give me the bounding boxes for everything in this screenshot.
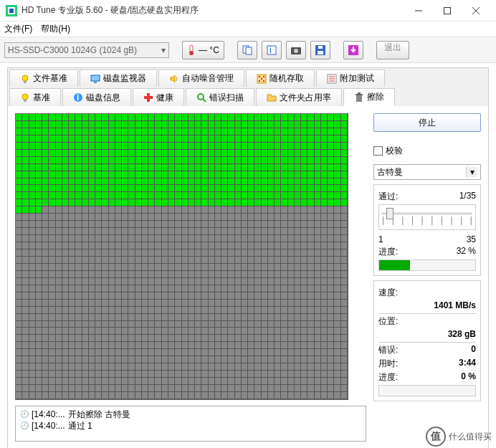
watermark-logo-icon: 值 bbox=[426, 426, 446, 447]
slider-thumb[interactable] bbox=[386, 208, 394, 219]
stop-button[interactable]: 停止 bbox=[373, 113, 481, 132]
exit-button[interactable]: 退出 bbox=[376, 41, 409, 59]
tab-file-benchmark[interactable]: 文件基准 bbox=[9, 70, 78, 87]
tab-label: 自动噪音管理 bbox=[182, 72, 234, 85]
menubar: 文件(F) 帮助(H) bbox=[0, 22, 496, 37]
screenshot-button[interactable] bbox=[286, 41, 306, 59]
tab-folder-usage[interactable]: 文件夹占用率 bbox=[256, 88, 342, 106]
progress-fill bbox=[379, 260, 410, 270]
tab-label: 磁盘监视器 bbox=[103, 72, 146, 85]
tab-benchmark[interactable]: 基准 bbox=[9, 88, 61, 106]
load-button[interactable] bbox=[343, 41, 363, 59]
close-button[interactable] bbox=[462, 0, 490, 22]
titlebar: HD Tune 专业版 5.60 - 硬盘/固态硬盘实用程序 bbox=[0, 0, 496, 22]
position-value: 328 gB bbox=[448, 329, 476, 339]
overall-progress-bar bbox=[378, 385, 476, 396]
svg-rect-10 bbox=[246, 47, 252, 54]
progress-label: 进度: bbox=[378, 246, 398, 258]
menu-file[interactable]: 文件(F) bbox=[4, 23, 32, 35]
app-icon bbox=[6, 5, 17, 16]
log-line: 🕘 [14:40:... 开始擦除 古特曼 bbox=[20, 409, 361, 420]
svg-point-25 bbox=[263, 75, 264, 77]
copy-info-button[interactable]: i bbox=[262, 41, 282, 59]
watermark: 值 什么值得买 bbox=[426, 426, 492, 447]
maximize-button[interactable] bbox=[433, 0, 462, 22]
svg-point-8 bbox=[189, 51, 194, 55]
method-value: 古特曼 bbox=[377, 166, 403, 178]
copy-text-button[interactable] bbox=[237, 41, 257, 59]
log-box: 🕘 [14:40:... 开始擦除 古特曼 🕘 [14:40:... 通过 1 bbox=[15, 406, 366, 442]
health-cross-icon bbox=[143, 92, 153, 103]
svg-point-28 bbox=[263, 80, 264, 81]
tab-label: 随机存取 bbox=[270, 72, 304, 85]
exit-button-label: 退出 bbox=[384, 42, 401, 52]
verify-checkbox[interactable] bbox=[373, 146, 383, 156]
svg-point-36 bbox=[198, 94, 204, 100]
verify-label: 校验 bbox=[386, 145, 403, 157]
svg-line-37 bbox=[203, 99, 206, 102]
svg-rect-39 bbox=[356, 94, 363, 95]
range-lo: 1 bbox=[378, 234, 383, 244]
log-time: [14:40:... bbox=[32, 420, 65, 432]
pass-box: 通过: 1/35 |||||||||| 1 35 进度: 32 % bbox=[373, 184, 481, 276]
tab-label: 文件基准 bbox=[33, 72, 67, 85]
tab-disk-monitor[interactable]: 磁盘监视器 bbox=[80, 70, 157, 87]
pass-slider[interactable]: |||||||||| bbox=[378, 204, 476, 230]
tab-erase[interactable]: 擦除 bbox=[343, 88, 395, 106]
errors-label: 错误: bbox=[378, 344, 398, 356]
svg-rect-22 bbox=[94, 82, 97, 83]
tab-label: 附加测试 bbox=[340, 72, 374, 85]
tab-container: 文件基准 磁盘监视器 自动噪音管理 随机存取 附加测试 基准 bbox=[7, 67, 489, 448]
copy-text-icon bbox=[242, 45, 252, 55]
svg-rect-20 bbox=[24, 81, 27, 83]
side-panel: 停止 校验 古特曼 ▾ 通过: 1/35 bbox=[373, 113, 481, 442]
svg-rect-11 bbox=[267, 46, 276, 54]
drive-select[interactable]: HS-SSD-C3000 1024G (1024 gB) ▾ bbox=[4, 42, 169, 58]
stats-box: 速度: 1401 MB/s 位置: 328 gB bbox=[373, 280, 481, 401]
save-button[interactable] bbox=[310, 41, 330, 59]
floppy-icon bbox=[315, 45, 325, 55]
window-title: HD Tune 专业版 5.60 - 硬盘/固态硬盘实用程序 bbox=[22, 4, 404, 16]
tab-label: 磁盘信息 bbox=[86, 92, 120, 104]
tab-extra-tests[interactable]: 附加测试 bbox=[316, 70, 385, 87]
svg-point-27 bbox=[259, 80, 260, 81]
stop-button-label: 停止 bbox=[419, 117, 436, 129]
tab-health[interactable]: 健康 bbox=[133, 88, 184, 106]
tab-strip-row1: 文件基准 磁盘监视器 自动噪音管理 随机存取 附加测试 bbox=[8, 68, 488, 87]
lightbulb-icon bbox=[20, 92, 30, 103]
monitor-icon bbox=[90, 74, 100, 84]
svg-rect-21 bbox=[91, 75, 100, 81]
tab-disk-info[interactable]: i 磁盘信息 bbox=[62, 88, 131, 106]
progress-value: 32 % bbox=[457, 246, 476, 258]
svg-text:i: i bbox=[77, 92, 79, 103]
prog2-value: 0 % bbox=[461, 371, 476, 383]
thermometer-icon bbox=[187, 44, 196, 56]
body: 文件基准 磁盘监视器 自动噪音管理 随机存取 附加测试 基准 bbox=[0, 63, 496, 448]
prog2-label: 进度: bbox=[378, 371, 398, 383]
method-select[interactable]: 古特曼 ▾ bbox=[373, 164, 481, 180]
minimize-button[interactable] bbox=[404, 0, 433, 22]
svg-rect-31 bbox=[24, 100, 27, 102]
tab-random-access[interactable]: 随机存取 bbox=[246, 70, 315, 87]
copy-info-icon: i bbox=[267, 45, 277, 55]
tab-auto-noise[interactable]: 自动噪音管理 bbox=[158, 70, 244, 87]
tab-error-scan[interactable]: 错误扫描 bbox=[186, 88, 254, 106]
clock-icon: 🕘 bbox=[20, 420, 29, 432]
chevron-down-icon: ▾ bbox=[161, 45, 166, 55]
log-text: 开始擦除 古特曼 bbox=[68, 409, 130, 420]
speed-value: 1401 MB/s bbox=[434, 300, 476, 310]
log-line: 🕘 [14:40:... 通过 1 bbox=[20, 420, 361, 432]
lightbulb-icon bbox=[20, 74, 30, 84]
menu-help[interactable]: 帮助(H) bbox=[41, 23, 70, 35]
trash-icon bbox=[354, 92, 364, 103]
tab-label: 擦除 bbox=[367, 91, 384, 103]
block-map bbox=[15, 113, 348, 400]
camera-icon bbox=[291, 46, 301, 54]
svg-rect-38 bbox=[356, 95, 362, 102]
chevron-down-icon: ▾ bbox=[466, 167, 477, 177]
pass-value: 1/35 bbox=[459, 191, 476, 203]
range-hi: 35 bbox=[467, 234, 476, 244]
tab-content-erase: 🕘 [14:40:... 开始擦除 古特曼 🕘 [14:40:... 通过 1 … bbox=[8, 106, 488, 448]
svg-rect-35 bbox=[144, 96, 153, 99]
drive-select-label: HS-SSD-C3000 1024G (1024 gB) bbox=[8, 45, 137, 55]
